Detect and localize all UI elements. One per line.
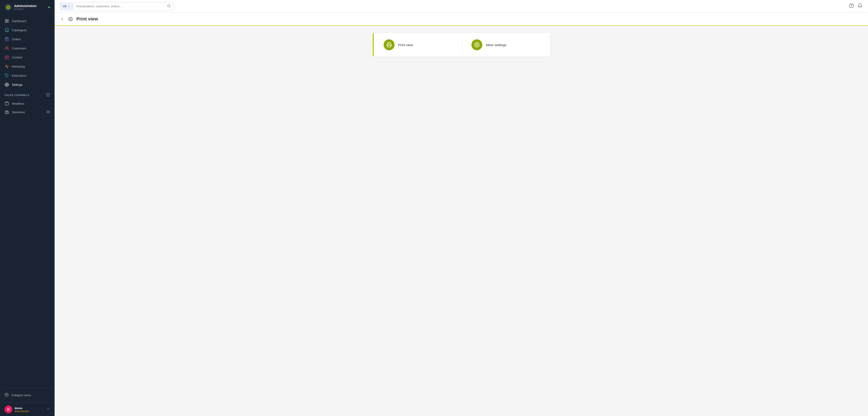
app-title-block: Administration 6.4.16.0: [14, 4, 46, 11]
app-version: 6.4.16.0: [14, 8, 46, 10]
topbar-actions: [849, 3, 863, 9]
print-view-label: Print view: [398, 43, 413, 47]
svg-rect-2: [5, 21, 6, 23]
sidebar-item-dashboard-label: Dashboard: [12, 19, 26, 23]
sidebar-item-marketing-label: Marketing: [12, 65, 25, 68]
storefront-visibility-icon[interactable]: [46, 110, 50, 114]
headless-icon: [4, 101, 9, 106]
sidebar-item-storefront-label: Storefront: [12, 111, 25, 114]
sidebar-footer: Collapse menu: [0, 388, 55, 403]
search-submit-button[interactable]: [164, 2, 174, 10]
cog-icon: [68, 17, 73, 21]
extensions-icon: [4, 73, 9, 78]
printer-icon: [386, 42, 392, 48]
page-body: Print view More settings: [55, 26, 868, 64]
search-filter-label: All: [63, 4, 66, 8]
user-name: demo: [14, 407, 29, 410]
print-view-card-item[interactable]: Print view: [373, 33, 462, 57]
search-icon: [167, 4, 171, 8]
topbar: All: [55, 0, 868, 13]
sales-channels-section: Sales Channels: [0, 89, 55, 99]
customers-icon: [4, 46, 9, 51]
sidebar-item-content-label: Content: [12, 56, 22, 59]
chevron-down-icon: [67, 5, 70, 8]
svg-point-23: [70, 19, 71, 20]
svg-line-20: [169, 7, 170, 7]
help-button[interactable]: [849, 3, 854, 9]
svg-rect-1: [7, 19, 8, 21]
page-header: Print view: [55, 13, 868, 26]
svg-point-25: [476, 44, 477, 46]
app-title: Administration: [14, 4, 46, 8]
sidebar-item-headless[interactable]: Headless: [0, 99, 55, 108]
sidebar: Administration 6.4.16.0 Dashboard Catalo…: [0, 0, 55, 416]
collapse-menu-label: Collapse menu: [11, 393, 31, 397]
sidebar-item-storefront[interactable]: Storefront: [0, 108, 55, 116]
notifications-button[interactable]: [858, 3, 863, 9]
orders-icon: [4, 37, 9, 41]
card-items: Print view More settings: [373, 33, 550, 57]
user-role: Administrator: [14, 410, 29, 413]
content-icon: [4, 55, 9, 60]
main-nav: Dashboard Catalogues Orders Customers: [0, 14, 55, 388]
sidebar-item-extensions[interactable]: Extensions: [0, 71, 55, 80]
storefront-icon: [4, 110, 9, 114]
sidebar-item-orders-label: Orders: [12, 37, 21, 41]
svg-point-19: [167, 4, 170, 7]
svg-rect-3: [7, 21, 8, 23]
sidebar-item-settings-label: Settings: [12, 83, 23, 86]
print-view-icon-circle: [384, 39, 395, 50]
page-title: Print view: [76, 17, 98, 22]
accent-bar: [373, 33, 374, 57]
svg-point-16: [48, 112, 49, 112]
help-icon: [849, 3, 854, 8]
sidebar-item-extensions-label: Extensions: [12, 74, 26, 77]
user-avatar: D: [4, 406, 12, 413]
sidebar-item-orders[interactable]: Orders: [0, 35, 55, 44]
collapse-menu-button[interactable]: Collapse menu: [4, 391, 50, 399]
more-settings-label: More settings: [486, 43, 506, 47]
back-button[interactable]: [60, 17, 65, 21]
sidebar-item-customers-label: Customers: [12, 47, 26, 50]
bell-icon: [858, 3, 863, 8]
gear-icon: [474, 42, 479, 48]
collapse-menu-icon: [4, 393, 9, 397]
marketing-icon: [4, 64, 9, 69]
sidebar-item-catalogues[interactable]: Catalogues: [0, 26, 55, 35]
svg-point-10: [6, 84, 7, 85]
svg-rect-15: [5, 111, 9, 114]
sidebar-item-headless-label: Headless: [12, 102, 24, 105]
add-sales-channel-icon[interactable]: [46, 93, 50, 97]
main-content: All Print view: [55, 0, 868, 416]
more-settings-card-item[interactable]: More settings: [462, 33, 550, 57]
catalogues-icon: [4, 28, 9, 32]
app-logo: [4, 4, 12, 11]
sidebar-header: Administration 6.4.16.0: [0, 0, 55, 14]
dashboard-icon: [4, 19, 9, 23]
search-input[interactable]: [73, 3, 164, 10]
sidebar-item-settings[interactable]: Settings: [0, 80, 55, 89]
back-icon: [60, 17, 65, 21]
svg-rect-6: [5, 56, 8, 59]
sidebar-item-marketing[interactable]: Marketing: [0, 62, 55, 71]
page-content: Print view Pri: [55, 13, 868, 416]
sales-channels-label: Sales Channels: [4, 94, 29, 96]
search-container: All: [60, 2, 174, 10]
sidebar-item-content[interactable]: Content: [0, 53, 55, 62]
sidebar-item-catalogues-label: Catalogues: [12, 28, 27, 32]
user-section[interactable]: D demo Administrator: [0, 403, 55, 416]
search-filter-button[interactable]: All: [60, 3, 73, 9]
svg-rect-0: [5, 19, 6, 21]
settings-cog-button[interactable]: [68, 17, 73, 21]
sidebar-item-customers[interactable]: Customers: [0, 44, 55, 53]
more-settings-icon-circle: [471, 39, 482, 50]
online-indicator: [48, 6, 50, 8]
settings-card: Print view More settings: [373, 33, 550, 57]
sidebar-item-dashboard[interactable]: Dashboard: [0, 17, 55, 26]
svg-point-5: [6, 47, 7, 48]
settings-icon: [4, 82, 9, 87]
svg-rect-24: [388, 45, 391, 47]
user-chevron-icon: [46, 407, 50, 412]
